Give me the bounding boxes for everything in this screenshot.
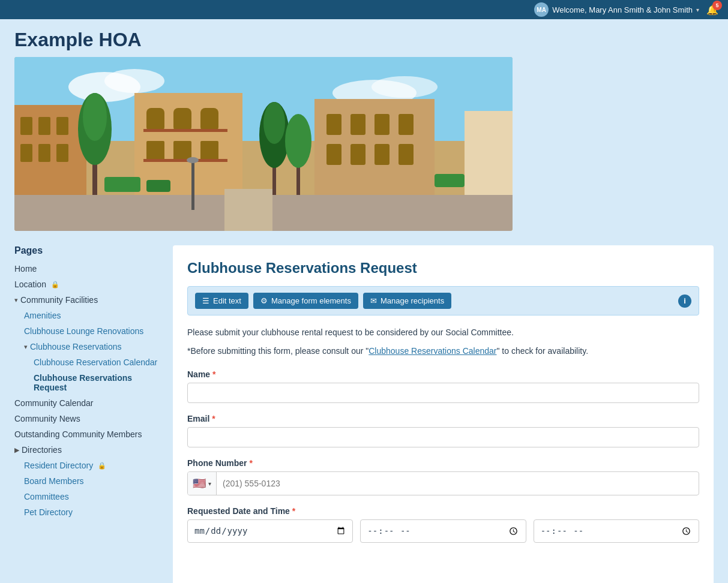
- sidebar-item-label: Outstanding Community Members: [14, 429, 142, 439]
- svg-rect-20: [143, 129, 227, 132]
- svg-point-46: [187, 157, 199, 163]
- clubhouse-calendar-link[interactable]: Clubhouse Reservations Calendar: [369, 346, 496, 356]
- date-required-marker: *: [292, 506, 295, 516]
- svg-point-5: [372, 76, 438, 98]
- manage-form-button[interactable]: ⚙ Manage form elements: [253, 293, 358, 309]
- date-field-group: Requested Date and Time *: [187, 506, 699, 543]
- sidebar-item-label: Community Calendar: [14, 398, 94, 408]
- form-toolbar: ☰ Edit text ⚙ Manage form elements ✉ Man…: [187, 286, 699, 315]
- sidebar-item-community-calendar[interactable]: Community Calendar: [14, 395, 158, 411]
- sidebar-item-board-members[interactable]: Board Members: [14, 473, 158, 489]
- sidebar-item-label: Home: [14, 264, 37, 274]
- svg-rect-28: [350, 144, 366, 165]
- sidebar-section-title: Pages: [14, 245, 158, 256]
- edit-text-label: Edit text: [213, 296, 241, 305]
- edit-text-button[interactable]: ☰ Edit text: [195, 293, 248, 309]
- svg-rect-26: [399, 114, 414, 135]
- sidebar-item-label: Clubhouse Reservations Request: [34, 373, 158, 392]
- name-required-marker: *: [212, 369, 215, 379]
- user-label: Welcome, Mary Ann Smith & John Smith: [552, 5, 693, 14]
- svg-rect-15: [173, 108, 191, 132]
- email-icon: ✉: [370, 296, 377, 305]
- sidebar-item-label: Community News: [14, 414, 80, 423]
- sidebar-item-label: Resident Directory: [24, 461, 93, 470]
- phone-dropdown-chevron: ▾: [208, 480, 211, 487]
- lock-icon: 🔒: [51, 281, 59, 289]
- svg-rect-16: [200, 108, 218, 132]
- chevron-right-icon: ▶: [14, 446, 19, 454]
- sidebar-item-label: Clubhouse Reservation Calendar: [34, 357, 157, 367]
- chevron-down-icon: ▾: [24, 343, 28, 351]
- email-input[interactable]: [187, 427, 699, 447]
- sidebar-item-clubhouse-calendar[interactable]: Clubhouse Reservation Calendar: [14, 354, 158, 370]
- manage-form-label: Manage form elements: [271, 296, 351, 305]
- info-icon: i: [684, 296, 686, 305]
- time-end-input[interactable]: [534, 519, 699, 543]
- content-area: Clubhouse Reservations Request ☰ Edit te…: [173, 245, 714, 583]
- sidebar-item-pet-directory[interactable]: Pet Directory: [14, 504, 158, 520]
- email-field-group: Email *: [187, 414, 699, 447]
- form-note-suffix: " to check for availability.: [496, 346, 588, 356]
- svg-point-39: [285, 114, 311, 168]
- sidebar-item-label: Pet Directory: [24, 507, 73, 517]
- svg-rect-8: [38, 117, 50, 135]
- page-title: Clubhouse Reservations Request: [187, 260, 699, 277]
- sidebar-item-outstanding-members[interactable]: Outstanding Community Members: [14, 426, 158, 442]
- sidebar-item-home[interactable]: Home: [14, 261, 158, 277]
- chevron-down-icon: ▾: [14, 296, 18, 304]
- svg-rect-27: [326, 144, 341, 165]
- svg-rect-44: [435, 174, 465, 187]
- sidebar-item-directories[interactable]: ▶ Directories: [14, 442, 158, 458]
- form-description: Please submit your clubhouse rental requ…: [187, 326, 699, 339]
- top-bar: MA Welcome, Mary Ann Smith & John Smith …: [0, 0, 728, 19]
- sidebar-item-label: Community Facilities: [20, 295, 98, 305]
- manage-recipients-label: Manage recipients: [381, 296, 444, 305]
- svg-rect-24: [350, 114, 366, 135]
- date-input[interactable]: [187, 519, 353, 543]
- site-header: Example HOA: [0, 19, 728, 236]
- hero-image: [14, 57, 513, 231]
- svg-rect-41: [224, 189, 272, 231]
- notifications-bell[interactable]: 🔔 5: [706, 4, 718, 16]
- user-menu[interactable]: MA Welcome, Mary Ann Smith & John Smith …: [534, 2, 699, 17]
- phone-input[interactable]: [217, 474, 699, 493]
- sidebar-item-resident-directory[interactable]: Resident Directory 🔒: [14, 458, 158, 473]
- time-start-input[interactable]: [360, 519, 526, 543]
- user-menu-chevron: ▾: [696, 7, 699, 13]
- sidebar-item-clubhouse-lounge[interactable]: Clubhouse Lounge Renovations: [14, 323, 158, 339]
- name-input[interactable]: [187, 383, 699, 403]
- phone-field-group: Phone Number * 🇺🇸 ▾: [187, 458, 699, 495]
- phone-country-selector[interactable]: 🇺🇸 ▾: [188, 472, 217, 495]
- svg-rect-43: [146, 180, 170, 192]
- sidebar-item-label: Directories: [22, 445, 62, 455]
- svg-point-34: [83, 93, 107, 141]
- manage-recipients-button[interactable]: ✉ Manage recipients: [363, 293, 451, 309]
- svg-rect-23: [326, 114, 341, 135]
- svg-rect-21: [143, 159, 227, 162]
- svg-rect-45: [191, 162, 194, 210]
- svg-rect-12: [56, 144, 68, 162]
- flag-icon: 🇺🇸: [193, 477, 206, 490]
- sidebar-item-community-news[interactable]: Community News: [14, 411, 158, 426]
- main-container: Pages Home Location 🔒 ▾ Community Facili…: [0, 236, 728, 583]
- site-title: Example HOA: [14, 29, 714, 51]
- form-icon: ⚙: [260, 296, 268, 305]
- phone-input-group: 🇺🇸 ▾: [187, 471, 699, 495]
- svg-rect-17: [146, 141, 164, 162]
- svg-rect-11: [38, 144, 50, 162]
- sidebar-item-clubhouse-request[interactable]: Clubhouse Reservations Request: [14, 370, 158, 395]
- sidebar-item-label: Clubhouse Reservations: [30, 342, 122, 351]
- info-button[interactable]: i: [678, 294, 691, 308]
- sidebar-item-location[interactable]: Location 🔒: [14, 277, 158, 292]
- sidebar-item-committees[interactable]: Committees: [14, 489, 158, 504]
- sidebar-item-label: Amenities: [24, 311, 61, 320]
- name-field-group: Name *: [187, 369, 699, 403]
- svg-point-37: [263, 102, 285, 144]
- date-label: Requested Date and Time *: [187, 506, 699, 516]
- sidebar-item-community-facilities[interactable]: ▾ Community Facilities: [14, 292, 158, 308]
- sidebar-item-label: Clubhouse Lounge Renovations: [24, 326, 143, 336]
- sidebar-item-amenities[interactable]: Amenities: [14, 308, 158, 323]
- edit-icon: ☰: [202, 296, 209, 305]
- svg-point-3: [104, 69, 164, 93]
- sidebar-item-clubhouse-reservations[interactable]: ▾ Clubhouse Reservations: [14, 339, 158, 354]
